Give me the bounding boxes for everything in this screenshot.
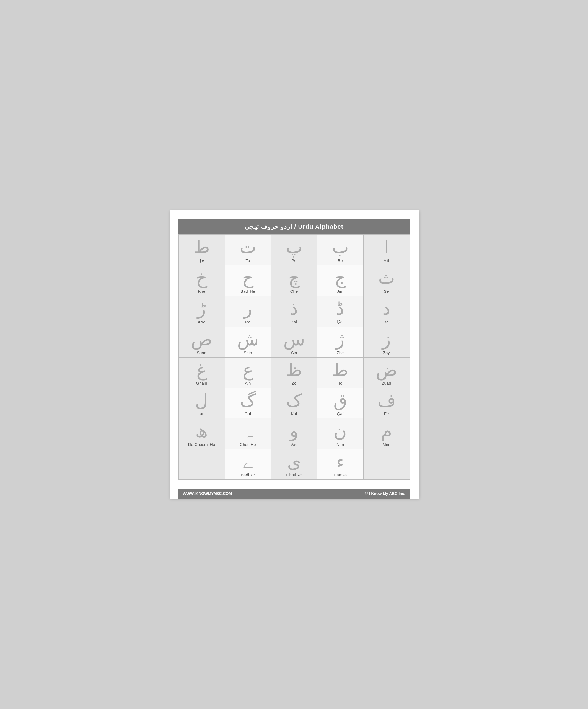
- letter-name: Qaf: [319, 411, 362, 416]
- letter-name: Choti Ye: [273, 472, 316, 477]
- alphabet-cell: تTe: [225, 234, 271, 265]
- letter-name: Se: [365, 289, 408, 294]
- letter-name: Zuad: [365, 381, 408, 386]
- alphabet-cell: خKhe: [178, 265, 225, 296]
- urdu-character: ف: [365, 391, 408, 410]
- urdu-character: ق: [319, 391, 362, 410]
- alphabet-cell: چChe: [271, 265, 317, 296]
- letter-name: Ḍal: [319, 319, 362, 324]
- alphabet-cell: عAin: [225, 357, 271, 388]
- alphabet-cell: طṬe: [178, 234, 225, 265]
- alphabet-cell: زZay: [363, 327, 410, 357]
- urdu-character: ڑ: [180, 299, 223, 318]
- letter-name: Lam: [180, 411, 223, 416]
- urdu-character: ز: [365, 330, 408, 349]
- alphabet-cell: کKaf: [271, 388, 317, 418]
- letter-name: Badi He: [226, 289, 270, 294]
- urdu-character: ج: [319, 268, 362, 287]
- urdu-character: غ: [180, 360, 223, 380]
- alphabet-cell: ثSe: [363, 265, 410, 296]
- alphabet-cell: ہChoti He: [225, 418, 271, 449]
- letter-name: Ṭe: [180, 258, 223, 263]
- urdu-character: ہ: [226, 421, 270, 441]
- urdu-character: چ: [273, 268, 316, 287]
- alphabet-cell: غGhain: [178, 357, 225, 388]
- urdu-character: س: [273, 330, 316, 349]
- letter-name: Zay: [365, 350, 408, 355]
- urdu-character: ذ: [273, 299, 316, 318]
- urdu-character: م: [365, 421, 408, 441]
- urdu-character: ث: [365, 268, 408, 287]
- table-row: صSuadشShinسSinژZheزZay: [178, 327, 410, 357]
- letter-name: Pe: [273, 258, 316, 263]
- table-title: اردو حروف تھجی / Urdu Alphabet: [178, 219, 410, 234]
- letter-name: Che: [273, 289, 316, 294]
- letter-name: Zhe: [319, 350, 362, 355]
- alphabet-cell: [363, 449, 410, 479]
- alphabet-cell: ڈḌal: [317, 296, 363, 326]
- alphabet-table: طṬeتTeپPeبBeاAlifخKheحBadi HeچCheجJimثSe…: [178, 234, 410, 480]
- urdu-character: ک: [273, 391, 316, 410]
- alphabet-cell: اAlif: [363, 234, 410, 265]
- letter-name: Vao: [273, 442, 316, 447]
- letter-name: Alif: [365, 258, 408, 263]
- table-row: غGhainعAinظZoطToضZuad: [178, 357, 410, 388]
- letter-name: Dal: [365, 320, 408, 324]
- alphabet-cell: ءHamza: [317, 449, 363, 479]
- letter-name: To: [319, 381, 362, 386]
- alphabet-cell: ےBadi Ye: [225, 449, 271, 479]
- letter-name: Mim: [365, 442, 408, 447]
- alphabet-cell: یChoti Ye: [271, 449, 317, 479]
- table-row: لLamگGafکKafقQafفFe: [178, 388, 410, 418]
- letter-name: Suad: [180, 350, 223, 355]
- alphabet-cell: ھDo Chasmi He: [178, 418, 225, 449]
- letter-name: Sin: [273, 350, 316, 355]
- urdu-character: ڈ: [319, 299, 362, 318]
- urdu-character: ی: [273, 452, 316, 471]
- urdu-character: ا: [365, 237, 408, 257]
- urdu-character: پ: [273, 237, 316, 257]
- alphabet-cell: سSin: [271, 327, 317, 357]
- letter-name: Jim: [319, 289, 362, 294]
- alphabet-cell: پPe: [271, 234, 317, 265]
- alphabet-cell: صSuad: [178, 327, 225, 357]
- footer: WWW.IKNOWMYABC.COM © I Know My ABC Inc.: [178, 489, 410, 499]
- letter-name: Shin: [226, 350, 270, 355]
- alphabet-cell: ظZo: [271, 357, 317, 388]
- alphabet-cell: نNun: [317, 418, 363, 449]
- letter-name: Khe: [180, 289, 223, 294]
- urdu-character: ع: [226, 360, 270, 380]
- letter-name: Choti He: [226, 442, 270, 447]
- alphabet-cell: وVao: [271, 418, 317, 449]
- letter-name: Nun: [319, 442, 362, 447]
- urdu-character: ش: [226, 330, 270, 349]
- alphabet-cell: جJim: [317, 265, 363, 296]
- urdu-character: ر: [226, 299, 270, 318]
- urdu-character: ژ: [319, 330, 362, 349]
- alphabet-cell: حBadi He: [225, 265, 271, 296]
- urdu-character: ن: [319, 421, 362, 441]
- urdu-character: ح: [226, 268, 270, 287]
- alphabet-cell: فFe: [363, 388, 410, 418]
- urdu-character: ے: [226, 452, 270, 471]
- alphabet-cell: [178, 449, 225, 479]
- alphabet-cell: لLam: [178, 388, 225, 418]
- urdu-character: ھ: [180, 421, 223, 441]
- letter-name: Do Chasmi He: [180, 442, 223, 447]
- letter-name: Hamza: [319, 472, 362, 477]
- letter-name: Be: [319, 258, 362, 263]
- urdu-character: خ: [180, 268, 223, 287]
- alphabet-cell: ضZuad: [363, 357, 410, 388]
- letter-name: Te: [226, 258, 270, 263]
- letter-name: Gaf: [226, 411, 270, 416]
- alphabet-cell: دDal: [363, 296, 410, 326]
- letter-name: Zo: [273, 381, 316, 386]
- alphabet-cell: شShin: [225, 327, 271, 357]
- letter-name: Ghain: [180, 381, 223, 386]
- letter-name: Zal: [273, 320, 316, 324]
- table-row: خKheحBadi HeچCheجJimثSe: [178, 265, 410, 296]
- footer-right: © I Know My ABC Inc.: [365, 491, 405, 496]
- urdu-character: و: [273, 421, 316, 441]
- page: اردو حروف تھجی / Urdu Alphabet طṬeتTeپPe…: [170, 210, 419, 499]
- letter-name: Kaf: [273, 411, 316, 416]
